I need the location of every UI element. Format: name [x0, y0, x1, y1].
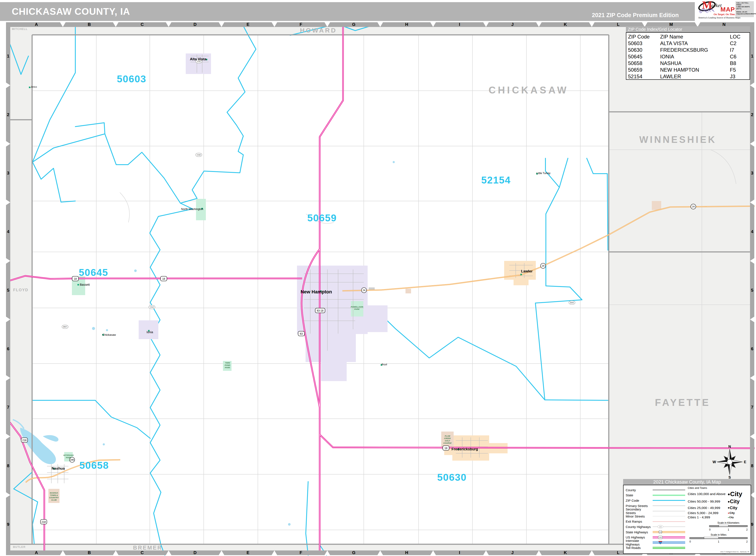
zip-index-cell: 50603 [626, 40, 660, 47]
park-label: POWELLSON [351, 306, 363, 308]
county-name-label: HOWARD [300, 27, 337, 34]
col-zip-code: ZIP Code [626, 33, 660, 40]
town-label: Lawler [521, 269, 533, 273]
town-area [186, 54, 211, 74]
legend-city-label: Cities 50,000 - 99,999 [688, 499, 728, 503]
town-label: Boyd [382, 363, 387, 366]
grid-letter-top: M [669, 22, 673, 27]
grid-number-left: 4 [7, 229, 9, 234]
svg-text:18: 18 [74, 277, 77, 280]
zip-index-cell: ALTA VISTA [660, 40, 730, 47]
grid-number-right: 3 [751, 171, 753, 175]
grid-number-right: 6 [751, 346, 753, 351]
legend-item-label: Exit Ramps [626, 520, 652, 523]
legend-item-label: State Highways [626, 530, 652, 534]
grid-letter-top: C [140, 22, 143, 27]
town-label: New Hampton [301, 289, 332, 294]
legend-city-label: Cities 100,000 and Above [688, 492, 728, 496]
legend-item-swatch [652, 509, 686, 513]
grid-letter-top: N [722, 22, 725, 27]
legend-item-swatch [652, 504, 686, 508]
legend-item-label: Secondary Streets [626, 508, 652, 515]
legend-item-swatch: 123 [652, 525, 686, 528]
grid-letter-top: A [35, 22, 38, 27]
page-title: CHICKASAW COUNTY, IA [12, 2, 130, 21]
legend-panel: 2021 Chickasaw County, IA Map CountyStat… [623, 479, 751, 554]
legend-item-label: Minor Streets [626, 515, 652, 518]
legend-city-item: Cities 1 - 4,999City [688, 515, 750, 519]
zip-index-columns: ZIP Code ZIP Name LOC [626, 33, 750, 40]
grid-number-right: 8 [751, 463, 753, 468]
highway-shield: 63 [298, 331, 304, 336]
county-name-label: CHICKASAW [489, 84, 568, 96]
contact-call: CALL US TOLL FREE! [736, 2, 753, 6]
svg-text:346: 346 [70, 458, 74, 461]
grid-letter-bottom: I [459, 550, 460, 555]
grid-letter-top: B [88, 22, 91, 27]
zip-index-cell: J3 [730, 73, 750, 80]
legend-line-item: Minor Streets [626, 514, 687, 519]
svg-text:V18: V18 [197, 154, 200, 156]
col-zip-name: ZIP Name [660, 33, 730, 40]
legend-item-swatch [652, 493, 686, 497]
compass-north: N [728, 445, 731, 449]
zip-index-row: 50603ALTA VISTAC2 [626, 40, 750, 47]
legend-city-sample: City [728, 490, 742, 498]
zip-code-label: 50659 [307, 212, 337, 223]
cities-and-towns-header: Cities and Towns [688, 487, 750, 489]
grid-number-right: 4 [751, 229, 753, 234]
park-label: PARK [66, 457, 71, 459]
copyright-text: 2021 © Intelligent Direct Inc., Nanticok… [720, 551, 749, 553]
legend-city-sample: City [728, 516, 734, 519]
town-area [344, 305, 388, 332]
park-label: NASHUA [50, 492, 58, 494]
svg-text:18: 18 [445, 447, 448, 450]
scale-bar: Scale in Miles012 [689, 533, 748, 543]
highway-shield: 218 [40, 519, 47, 524]
zip-code-label: 50645 [79, 267, 108, 278]
legend-title: 2021 Chickasaw County, IA Map [623, 479, 751, 485]
svg-text:63-18: 63-18 [317, 309, 324, 312]
legend-city-item: Cities 50,000 - 99,999City [688, 498, 750, 505]
legend-item-label: State [626, 493, 652, 497]
zip-index-cell: B8 [730, 60, 750, 67]
legend-item-label: Toll Roads [626, 546, 652, 550]
logo-contact-box: CALL US TOLL FREE! 1-888-434-MAPS (6277)… [735, 1, 754, 17]
zip-index-panel: ZIP Code Index/Grid Locator ZIP Code ZIP… [626, 26, 750, 80]
grid-letter-bottom: E [246, 550, 249, 555]
legend-item-label: County [626, 488, 652, 492]
legend-item-swatch [652, 546, 686, 550]
zip-code-label: 52154 [481, 174, 511, 186]
grid-number-left: 9 [7, 522, 9, 527]
park-label: PARK [225, 367, 230, 369]
grid-letter-top: J [511, 22, 514, 27]
park-label: TOWN & [50, 494, 58, 496]
highway-shield: 24 [361, 288, 367, 293]
compass-west: W [713, 460, 716, 464]
grid-letter-bottom: A [35, 550, 38, 555]
grid-number-left: 5 [7, 288, 9, 292]
edition-label: 2021 ZIP Code Premium Edition [592, 12, 679, 19]
park-label: CREEK [444, 437, 451, 440]
legend-line-item: County [626, 487, 687, 493]
zip-index-cell: C2 [730, 40, 750, 47]
legend-line-item: Interstate Highways [626, 540, 687, 545]
grid-number-left: 3 [7, 171, 9, 175]
zip-index-cell: LAWLER [660, 73, 730, 80]
svg-text:218: 218 [22, 439, 27, 442]
town-label: Chickasaw [102, 333, 116, 336]
svg-text:123: 123 [659, 531, 662, 533]
highway-shield: 18 [72, 276, 78, 281]
town-area [514, 279, 529, 285]
park-label: PARK [354, 308, 360, 310]
legend-city-label: Cities 25,000 - 49,999 [688, 506, 728, 510]
logo-tagline: On Target. On Time. [714, 13, 735, 16]
zip-index-cell: FREDERICKSBURG [660, 47, 730, 53]
svg-text:63: 63 [300, 332, 303, 335]
svg-text:B57: B57 [63, 326, 67, 328]
park-label: COUNTRY [49, 496, 59, 499]
town-area [305, 333, 356, 362]
legend-city-sample: City [728, 498, 739, 505]
zip-index-cell: F5 [730, 67, 750, 73]
zip-index-cell: I7 [730, 47, 750, 53]
